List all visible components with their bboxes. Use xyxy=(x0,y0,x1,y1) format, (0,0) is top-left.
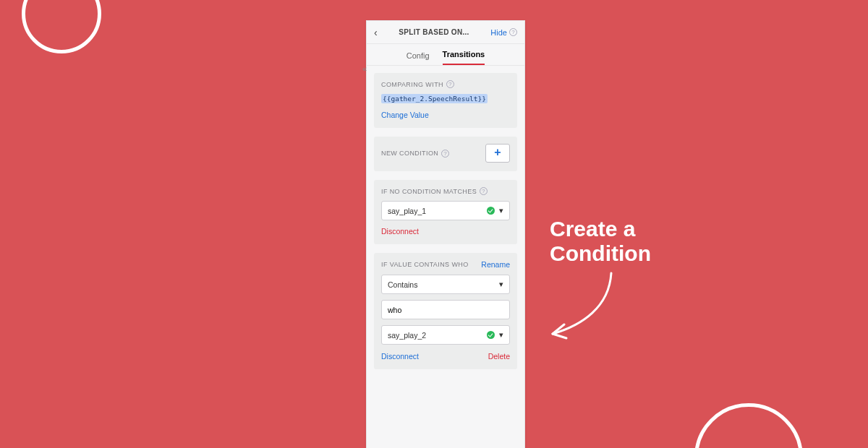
disconnect-link[interactable]: Disconnect xyxy=(381,352,419,361)
decorative-circle-bottom-right xyxy=(694,403,803,448)
decorative-circle-top-left xyxy=(22,0,101,53)
side-panel: « ‹ SPLIT BASED ON... Hide ? Config Tran… xyxy=(366,20,525,448)
hide-link[interactable]: Hide ? xyxy=(490,28,517,37)
new-condition-label: NEW CONDITION ? xyxy=(381,150,449,158)
no-match-target-select[interactable]: say_play_1 ▾ xyxy=(381,201,510,220)
tab-config[interactable]: Config xyxy=(407,51,430,65)
target-value: say_play_2 xyxy=(388,331,426,340)
check-icon xyxy=(487,207,495,215)
operator-select[interactable]: Contains ▾ xyxy=(381,275,510,294)
rename-link[interactable]: Rename xyxy=(481,260,510,269)
delete-link[interactable]: Delete xyxy=(488,352,510,361)
tab-bar: Config Transitions xyxy=(367,44,524,66)
help-icon[interactable]: ? xyxy=(441,150,449,158)
comparing-card: COMPARING WITH ? {{gather_2.SpeechResult… xyxy=(374,73,517,128)
value-input-wrap[interactable] xyxy=(381,300,510,319)
back-button[interactable]: ‹ xyxy=(374,27,378,38)
condition-label: IF VALUE CONTAINS WHO xyxy=(381,261,469,268)
arrow-icon xyxy=(542,267,629,350)
panel-header: ‹ SPLIT BASED ON... Hide ? xyxy=(367,21,524,44)
no-match-disconnect-link[interactable]: Disconnect xyxy=(381,227,510,236)
no-match-label: IF NO CONDITION MATCHES ? xyxy=(381,187,510,195)
panel-title: SPLIT BASED ON... xyxy=(399,28,469,36)
callout-text: Create a Condition xyxy=(550,217,651,265)
collapse-handle-icon[interactable]: « xyxy=(362,64,367,73)
callout-line2: Condition xyxy=(550,241,651,266)
no-match-target-value: say_play_1 xyxy=(388,207,426,215)
hide-link-label: Hide xyxy=(490,28,507,37)
add-condition-button[interactable]: + xyxy=(485,144,510,163)
check-icon xyxy=(487,331,495,339)
help-icon[interactable]: ? xyxy=(446,80,454,88)
help-icon: ? xyxy=(509,28,517,36)
callout-line1: Create a xyxy=(550,217,651,241)
tab-transitions[interactable]: Transitions xyxy=(443,50,485,65)
comparing-token: {{gather_2.SpeechResult}} xyxy=(381,94,488,103)
change-value-link[interactable]: Change Value xyxy=(381,111,510,119)
comparing-label: COMPARING WITH ? xyxy=(381,80,510,88)
target-select[interactable]: say_play_2 ▾ xyxy=(381,325,510,345)
panel-body: COMPARING WITH ? {{gather_2.SpeechResult… xyxy=(367,66,524,448)
operator-value: Contains xyxy=(388,280,417,289)
value-input[interactable] xyxy=(388,306,503,314)
no-match-card: IF NO CONDITION MATCHES ? say_play_1 ▾ D… xyxy=(374,180,517,244)
condition-card-1: IF VALUE CONTAINS WHO Rename Contains ▾ … xyxy=(374,253,517,369)
chevron-down-icon: ▾ xyxy=(499,280,503,289)
chevron-down-icon: ▾ xyxy=(499,206,503,215)
chevron-down-icon: ▾ xyxy=(499,330,503,340)
help-icon[interactable]: ? xyxy=(480,187,488,195)
new-condition-card: NEW CONDITION ? + xyxy=(374,137,517,171)
